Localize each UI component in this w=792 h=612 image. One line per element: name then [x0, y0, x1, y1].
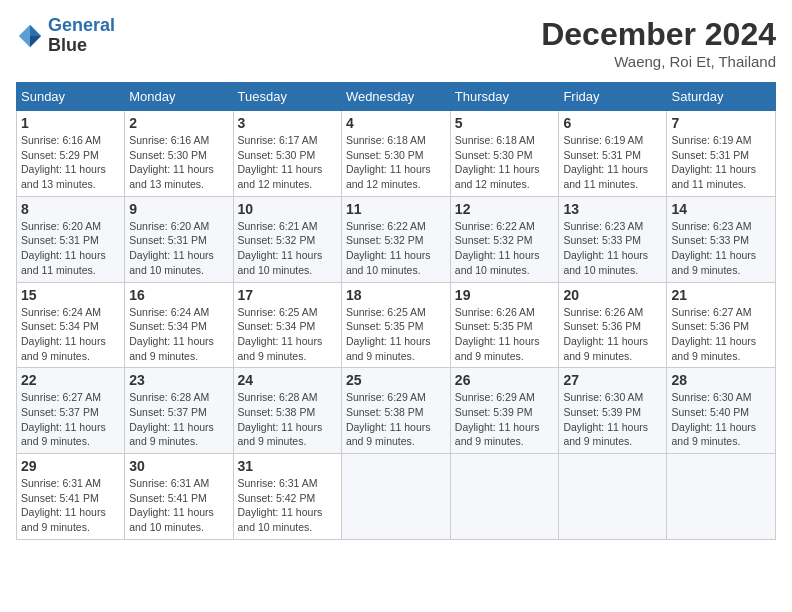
calendar-week-row: 29Sunrise: 6:31 AM Sunset: 5:41 PM Dayli… — [17, 454, 776, 540]
day-number: 18 — [346, 287, 446, 303]
day-number: 27 — [563, 372, 662, 388]
day-info: Sunrise: 6:16 AM Sunset: 5:30 PM Dayligh… — [129, 133, 228, 192]
day-info: Sunrise: 6:30 AM Sunset: 5:39 PM Dayligh… — [563, 390, 662, 449]
day-header-sunday: Sunday — [17, 83, 125, 111]
day-number: 3 — [238, 115, 337, 131]
day-info: Sunrise: 6:21 AM Sunset: 5:32 PM Dayligh… — [238, 219, 337, 278]
calendar-cell: 31Sunrise: 6:31 AM Sunset: 5:42 PM Dayli… — [233, 454, 341, 540]
calendar-week-row: 1Sunrise: 6:16 AM Sunset: 5:29 PM Daylig… — [17, 111, 776, 197]
calendar-table: SundayMondayTuesdayWednesdayThursdayFrid… — [16, 82, 776, 540]
calendar-week-row: 22Sunrise: 6:27 AM Sunset: 5:37 PM Dayli… — [17, 368, 776, 454]
day-header-thursday: Thursday — [450, 83, 559, 111]
calendar-cell: 28Sunrise: 6:30 AM Sunset: 5:40 PM Dayli… — [667, 368, 776, 454]
day-number: 20 — [563, 287, 662, 303]
calendar-cell — [559, 454, 667, 540]
day-number: 22 — [21, 372, 120, 388]
calendar-cell: 9Sunrise: 6:20 AM Sunset: 5:31 PM Daylig… — [125, 196, 233, 282]
day-info: Sunrise: 6:25 AM Sunset: 5:35 PM Dayligh… — [346, 305, 446, 364]
day-number: 17 — [238, 287, 337, 303]
calendar-cell: 4Sunrise: 6:18 AM Sunset: 5:30 PM Daylig… — [341, 111, 450, 197]
day-number: 9 — [129, 201, 228, 217]
day-info: Sunrise: 6:19 AM Sunset: 5:31 PM Dayligh… — [563, 133, 662, 192]
day-number: 8 — [21, 201, 120, 217]
day-info: Sunrise: 6:28 AM Sunset: 5:38 PM Dayligh… — [238, 390, 337, 449]
month-title: December 2024 — [541, 16, 776, 53]
day-number: 16 — [129, 287, 228, 303]
calendar-cell: 14Sunrise: 6:23 AM Sunset: 5:33 PM Dayli… — [667, 196, 776, 282]
calendar-cell: 22Sunrise: 6:27 AM Sunset: 5:37 PM Dayli… — [17, 368, 125, 454]
calendar-cell: 2Sunrise: 6:16 AM Sunset: 5:30 PM Daylig… — [125, 111, 233, 197]
day-info: Sunrise: 6:29 AM Sunset: 5:39 PM Dayligh… — [455, 390, 555, 449]
day-info: Sunrise: 6:26 AM Sunset: 5:36 PM Dayligh… — [563, 305, 662, 364]
day-number: 15 — [21, 287, 120, 303]
calendar-cell: 21Sunrise: 6:27 AM Sunset: 5:36 PM Dayli… — [667, 282, 776, 368]
day-number: 6 — [563, 115, 662, 131]
day-number: 30 — [129, 458, 228, 474]
calendar-week-row: 8Sunrise: 6:20 AM Sunset: 5:31 PM Daylig… — [17, 196, 776, 282]
calendar-cell: 23Sunrise: 6:28 AM Sunset: 5:37 PM Dayli… — [125, 368, 233, 454]
day-info: Sunrise: 6:20 AM Sunset: 5:31 PM Dayligh… — [21, 219, 120, 278]
calendar-header-row: SundayMondayTuesdayWednesdayThursdayFrid… — [17, 83, 776, 111]
day-number: 26 — [455, 372, 555, 388]
day-header-friday: Friday — [559, 83, 667, 111]
calendar-cell: 26Sunrise: 6:29 AM Sunset: 5:39 PM Dayli… — [450, 368, 559, 454]
day-number: 12 — [455, 201, 555, 217]
day-number: 29 — [21, 458, 120, 474]
logo: General Blue — [16, 16, 115, 56]
day-number: 5 — [455, 115, 555, 131]
day-header-tuesday: Tuesday — [233, 83, 341, 111]
day-number: 13 — [563, 201, 662, 217]
calendar-cell: 3Sunrise: 6:17 AM Sunset: 5:30 PM Daylig… — [233, 111, 341, 197]
calendar-cell: 15Sunrise: 6:24 AM Sunset: 5:34 PM Dayli… — [17, 282, 125, 368]
day-info: Sunrise: 6:31 AM Sunset: 5:42 PM Dayligh… — [238, 476, 337, 535]
calendar-cell: 17Sunrise: 6:25 AM Sunset: 5:34 PM Dayli… — [233, 282, 341, 368]
calendar-cell: 24Sunrise: 6:28 AM Sunset: 5:38 PM Dayli… — [233, 368, 341, 454]
day-number: 21 — [671, 287, 771, 303]
calendar-cell — [341, 454, 450, 540]
calendar-cell: 18Sunrise: 6:25 AM Sunset: 5:35 PM Dayli… — [341, 282, 450, 368]
day-info: Sunrise: 6:25 AM Sunset: 5:34 PM Dayligh… — [238, 305, 337, 364]
day-info: Sunrise: 6:24 AM Sunset: 5:34 PM Dayligh… — [21, 305, 120, 364]
calendar-cell: 12Sunrise: 6:22 AM Sunset: 5:32 PM Dayli… — [450, 196, 559, 282]
day-info: Sunrise: 6:18 AM Sunset: 5:30 PM Dayligh… — [455, 133, 555, 192]
calendar-cell: 10Sunrise: 6:21 AM Sunset: 5:32 PM Dayli… — [233, 196, 341, 282]
calendar-cell: 27Sunrise: 6:30 AM Sunset: 5:39 PM Dayli… — [559, 368, 667, 454]
day-info: Sunrise: 6:26 AM Sunset: 5:35 PM Dayligh… — [455, 305, 555, 364]
svg-marker-0 — [30, 25, 41, 36]
day-info: Sunrise: 6:17 AM Sunset: 5:30 PM Dayligh… — [238, 133, 337, 192]
calendar-week-row: 15Sunrise: 6:24 AM Sunset: 5:34 PM Dayli… — [17, 282, 776, 368]
day-number: 10 — [238, 201, 337, 217]
day-info: Sunrise: 6:24 AM Sunset: 5:34 PM Dayligh… — [129, 305, 228, 364]
location-subtitle: Waeng, Roi Et, Thailand — [541, 53, 776, 70]
day-number: 25 — [346, 372, 446, 388]
day-info: Sunrise: 6:27 AM Sunset: 5:36 PM Dayligh… — [671, 305, 771, 364]
day-number: 23 — [129, 372, 228, 388]
svg-marker-1 — [19, 25, 30, 36]
calendar-cell: 20Sunrise: 6:26 AM Sunset: 5:36 PM Dayli… — [559, 282, 667, 368]
calendar-cell: 13Sunrise: 6:23 AM Sunset: 5:33 PM Dayli… — [559, 196, 667, 282]
title-section: December 2024 Waeng, Roi Et, Thailand — [541, 16, 776, 70]
day-number: 14 — [671, 201, 771, 217]
day-number: 19 — [455, 287, 555, 303]
day-number: 4 — [346, 115, 446, 131]
svg-marker-3 — [30, 36, 41, 47]
calendar-cell: 29Sunrise: 6:31 AM Sunset: 5:41 PM Dayli… — [17, 454, 125, 540]
day-header-monday: Monday — [125, 83, 233, 111]
day-header-saturday: Saturday — [667, 83, 776, 111]
day-info: Sunrise: 6:28 AM Sunset: 5:37 PM Dayligh… — [129, 390, 228, 449]
day-info: Sunrise: 6:31 AM Sunset: 5:41 PM Dayligh… — [129, 476, 228, 535]
day-header-wednesday: Wednesday — [341, 83, 450, 111]
calendar-cell: 8Sunrise: 6:20 AM Sunset: 5:31 PM Daylig… — [17, 196, 125, 282]
calendar-cell: 11Sunrise: 6:22 AM Sunset: 5:32 PM Dayli… — [341, 196, 450, 282]
day-info: Sunrise: 6:22 AM Sunset: 5:32 PM Dayligh… — [346, 219, 446, 278]
day-number: 1 — [21, 115, 120, 131]
day-info: Sunrise: 6:29 AM Sunset: 5:38 PM Dayligh… — [346, 390, 446, 449]
day-info: Sunrise: 6:23 AM Sunset: 5:33 PM Dayligh… — [671, 219, 771, 278]
day-number: 31 — [238, 458, 337, 474]
day-info: Sunrise: 6:18 AM Sunset: 5:30 PM Dayligh… — [346, 133, 446, 192]
day-number: 28 — [671, 372, 771, 388]
day-number: 7 — [671, 115, 771, 131]
logo-icon — [16, 22, 44, 50]
calendar-cell — [667, 454, 776, 540]
calendar-cell: 30Sunrise: 6:31 AM Sunset: 5:41 PM Dayli… — [125, 454, 233, 540]
